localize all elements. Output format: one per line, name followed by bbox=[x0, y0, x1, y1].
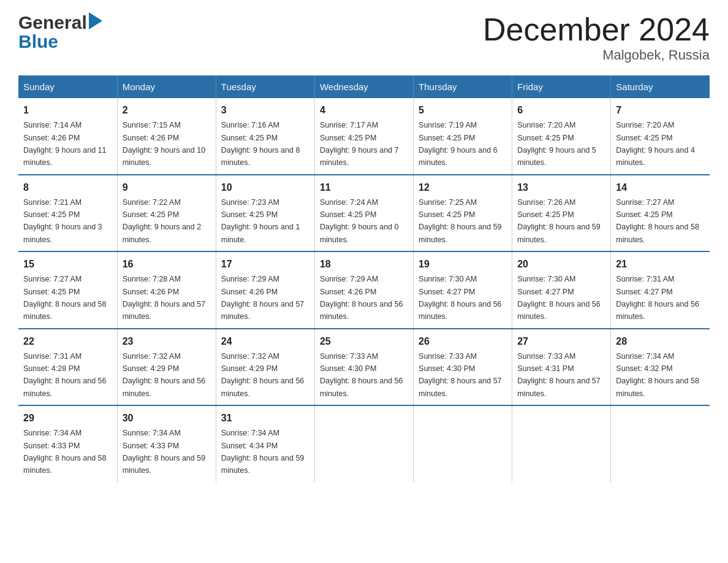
calendar-table: SundayMondayTuesdayWednesdayThursdayFrid… bbox=[18, 75, 710, 482]
day-cell: 28Sunrise: 7:34 AMSunset: 4:32 PMDayligh… bbox=[611, 329, 710, 406]
day-cell: 6Sunrise: 7:20 AMSunset: 4:25 PMDaylight… bbox=[512, 98, 611, 175]
day-info: Sunrise: 7:20 AMSunset: 4:25 PMDaylight:… bbox=[517, 121, 596, 167]
day-info: Sunrise: 7:33 AMSunset: 4:31 PMDaylight:… bbox=[517, 352, 601, 398]
header-sunday: Sunday bbox=[18, 75, 117, 98]
day-info: Sunrise: 7:31 AMSunset: 4:27 PMDaylight:… bbox=[616, 275, 699, 321]
day-cell: 24Sunrise: 7:32 AMSunset: 4:29 PMDayligh… bbox=[216, 329, 314, 406]
day-cell: 15Sunrise: 7:27 AMSunset: 4:25 PMDayligh… bbox=[18, 251, 117, 329]
day-number: 10 bbox=[221, 180, 309, 195]
logo-triangle bbox=[89, 12, 102, 33]
day-cell bbox=[414, 405, 512, 482]
header-monday: Monday bbox=[117, 75, 216, 98]
logo: General Blue bbox=[18, 12, 102, 51]
day-info: Sunrise: 7:34 AMSunset: 4:33 PMDaylight:… bbox=[23, 429, 107, 475]
logo-general: General bbox=[18, 13, 87, 32]
day-info: Sunrise: 7:20 AMSunset: 4:25 PMDaylight:… bbox=[616, 121, 695, 167]
day-info: Sunrise: 7:31 AMSunset: 4:28 PMDaylight:… bbox=[23, 352, 107, 398]
day-cell: 8Sunrise: 7:21 AMSunset: 4:25 PMDaylight… bbox=[18, 175, 117, 252]
day-cell: 7Sunrise: 7:20 AMSunset: 4:25 PMDaylight… bbox=[611, 98, 710, 175]
day-info: Sunrise: 7:19 AMSunset: 4:25 PMDaylight:… bbox=[419, 121, 498, 167]
logo-blue: Blue bbox=[18, 31, 58, 52]
day-cell: 18Sunrise: 7:29 AMSunset: 4:26 PMDayligh… bbox=[314, 251, 413, 329]
day-number: 27 bbox=[517, 334, 605, 349]
day-cell bbox=[512, 405, 611, 482]
day-number: 16 bbox=[123, 257, 211, 272]
day-number: 22 bbox=[23, 334, 112, 349]
day-number: 28 bbox=[616, 334, 705, 349]
week-row-3: 15Sunrise: 7:27 AMSunset: 4:25 PMDayligh… bbox=[18, 251, 710, 329]
header-friday: Friday bbox=[512, 75, 611, 98]
day-number: 18 bbox=[320, 257, 408, 272]
day-cell: 16Sunrise: 7:28 AMSunset: 4:26 PMDayligh… bbox=[117, 251, 216, 329]
day-info: Sunrise: 7:28 AMSunset: 4:26 PMDaylight:… bbox=[123, 275, 206, 321]
day-number: 31 bbox=[221, 411, 309, 426]
day-info: Sunrise: 7:34 AMSunset: 4:32 PMDaylight:… bbox=[616, 352, 699, 398]
day-cell bbox=[611, 405, 710, 482]
day-info: Sunrise: 7:33 AMSunset: 4:30 PMDaylight:… bbox=[419, 352, 502, 398]
day-number: 25 bbox=[320, 334, 408, 349]
day-cell: 31Sunrise: 7:34 AMSunset: 4:34 PMDayligh… bbox=[216, 405, 314, 482]
header-tuesday: Tuesday bbox=[216, 75, 314, 98]
day-info: Sunrise: 7:32 AMSunset: 4:29 PMDaylight:… bbox=[123, 352, 206, 398]
day-cell: 20Sunrise: 7:30 AMSunset: 4:27 PMDayligh… bbox=[512, 251, 611, 329]
header-row: SundayMondayTuesdayWednesdayThursdayFrid… bbox=[18, 75, 710, 98]
day-number: 8 bbox=[23, 180, 112, 195]
day-info: Sunrise: 7:17 AMSunset: 4:25 PMDaylight:… bbox=[320, 121, 399, 167]
day-info: Sunrise: 7:16 AMSunset: 4:25 PMDaylight:… bbox=[221, 121, 300, 167]
day-number: 26 bbox=[419, 334, 507, 349]
day-cell: 26Sunrise: 7:33 AMSunset: 4:30 PMDayligh… bbox=[414, 329, 512, 406]
day-number: 29 bbox=[23, 411, 112, 426]
day-cell: 9Sunrise: 7:22 AMSunset: 4:25 PMDaylight… bbox=[117, 175, 216, 252]
day-number: 17 bbox=[221, 257, 309, 272]
day-cell: 22Sunrise: 7:31 AMSunset: 4:28 PMDayligh… bbox=[18, 329, 117, 406]
day-number: 20 bbox=[517, 257, 605, 272]
day-number: 13 bbox=[517, 180, 605, 195]
header-thursday: Thursday bbox=[414, 75, 512, 98]
day-number: 5 bbox=[419, 103, 507, 118]
day-cell: 27Sunrise: 7:33 AMSunset: 4:31 PMDayligh… bbox=[512, 329, 611, 406]
day-cell: 3Sunrise: 7:16 AMSunset: 4:25 PMDaylight… bbox=[216, 98, 314, 175]
day-number: 19 bbox=[419, 257, 507, 272]
day-cell: 21Sunrise: 7:31 AMSunset: 4:27 PMDayligh… bbox=[611, 251, 710, 329]
day-number: 7 bbox=[616, 103, 705, 118]
day-number: 11 bbox=[320, 180, 408, 195]
day-cell: 12Sunrise: 7:25 AMSunset: 4:25 PMDayligh… bbox=[414, 175, 512, 252]
day-cell: 5Sunrise: 7:19 AMSunset: 4:25 PMDaylight… bbox=[414, 98, 512, 175]
day-cell: 23Sunrise: 7:32 AMSunset: 4:29 PMDayligh… bbox=[117, 329, 216, 406]
day-info: Sunrise: 7:30 AMSunset: 4:27 PMDaylight:… bbox=[419, 275, 502, 321]
week-row-4: 22Sunrise: 7:31 AMSunset: 4:28 PMDayligh… bbox=[18, 329, 710, 406]
header-wednesday: Wednesday bbox=[314, 75, 413, 98]
day-number: 23 bbox=[123, 334, 211, 349]
day-info: Sunrise: 7:30 AMSunset: 4:27 PMDaylight:… bbox=[517, 275, 601, 321]
day-number: 14 bbox=[616, 180, 705, 195]
day-info: Sunrise: 7:29 AMSunset: 4:26 PMDaylight:… bbox=[221, 275, 305, 321]
day-cell: 17Sunrise: 7:29 AMSunset: 4:26 PMDayligh… bbox=[216, 251, 314, 329]
day-cell: 4Sunrise: 7:17 AMSunset: 4:25 PMDaylight… bbox=[314, 98, 413, 175]
day-info: Sunrise: 7:27 AMSunset: 4:25 PMDaylight:… bbox=[616, 198, 699, 244]
day-info: Sunrise: 7:25 AMSunset: 4:25 PMDaylight:… bbox=[419, 198, 502, 244]
day-number: 1 bbox=[23, 103, 112, 118]
main-title: December 2024 bbox=[483, 12, 710, 47]
day-cell: 2Sunrise: 7:15 AMSunset: 4:26 PMDaylight… bbox=[117, 98, 216, 175]
day-number: 15 bbox=[23, 257, 112, 272]
day-info: Sunrise: 7:26 AMSunset: 4:25 PMDaylight:… bbox=[517, 198, 601, 244]
day-number: 12 bbox=[419, 180, 507, 195]
day-cell: 30Sunrise: 7:34 AMSunset: 4:33 PMDayligh… bbox=[117, 405, 216, 482]
day-cell: 19Sunrise: 7:30 AMSunset: 4:27 PMDayligh… bbox=[414, 251, 512, 329]
header-saturday: Saturday bbox=[611, 75, 710, 98]
day-cell: 14Sunrise: 7:27 AMSunset: 4:25 PMDayligh… bbox=[611, 175, 710, 252]
day-number: 4 bbox=[320, 103, 408, 118]
day-info: Sunrise: 7:29 AMSunset: 4:26 PMDaylight:… bbox=[320, 275, 403, 321]
day-cell bbox=[314, 405, 413, 482]
day-cell: 10Sunrise: 7:23 AMSunset: 4:25 PMDayligh… bbox=[216, 175, 314, 252]
day-cell: 11Sunrise: 7:24 AMSunset: 4:25 PMDayligh… bbox=[314, 175, 413, 252]
day-cell: 25Sunrise: 7:33 AMSunset: 4:30 PMDayligh… bbox=[314, 329, 413, 406]
day-number: 2 bbox=[123, 103, 211, 118]
day-number: 6 bbox=[517, 103, 605, 118]
day-info: Sunrise: 7:34 AMSunset: 4:34 PMDaylight:… bbox=[221, 429, 305, 475]
day-info: Sunrise: 7:27 AMSunset: 4:25 PMDaylight:… bbox=[23, 275, 107, 321]
week-row-2: 8Sunrise: 7:21 AMSunset: 4:25 PMDaylight… bbox=[18, 175, 710, 252]
day-info: Sunrise: 7:14 AMSunset: 4:26 PMDaylight:… bbox=[23, 121, 107, 167]
day-number: 21 bbox=[616, 257, 705, 272]
day-info: Sunrise: 7:34 AMSunset: 4:33 PMDaylight:… bbox=[123, 429, 206, 475]
